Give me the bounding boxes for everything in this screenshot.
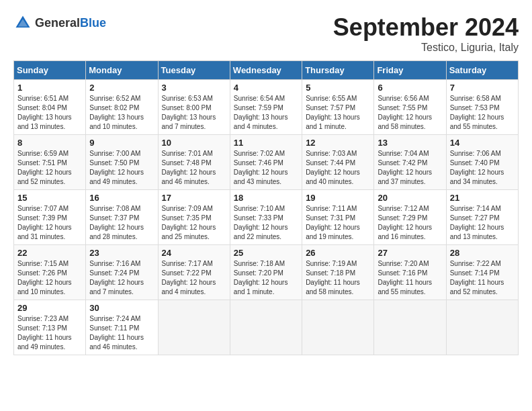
calendar-cell: 10Sunrise: 7:01 AM Sunset: 7:48 PM Dayli… (158, 135, 230, 190)
day-number: 11 (234, 138, 298, 148)
day-info: Sunrise: 7:00 AM Sunset: 7:50 PM Dayligh… (89, 149, 154, 187)
day-info: Sunrise: 6:52 AM Sunset: 8:02 PM Dayligh… (89, 94, 154, 132)
day-number: 23 (89, 248, 154, 258)
calendar-cell: 1Sunrise: 6:51 AM Sunset: 8:04 PM Daylig… (14, 80, 86, 135)
day-number: 5 (306, 83, 370, 93)
calendar-cell: 20Sunrise: 7:12 AM Sunset: 7:29 PM Dayli… (374, 190, 446, 245)
day-number: 30 (89, 303, 154, 313)
calendar-cell: 28Sunrise: 7:22 AM Sunset: 7:14 PM Dayli… (446, 245, 518, 300)
day-info: Sunrise: 7:15 AM Sunset: 7:26 PM Dayligh… (17, 259, 82, 297)
day-number: 4 (234, 83, 298, 93)
day-info: Sunrise: 7:01 AM Sunset: 7:48 PM Dayligh… (162, 149, 226, 187)
day-info: Sunrise: 7:10 AM Sunset: 7:33 PM Dayligh… (234, 204, 298, 242)
calendar-cell: 17Sunrise: 7:09 AM Sunset: 7:35 PM Dayli… (158, 190, 230, 245)
weekday-header-tuesday: Tuesday (158, 61, 230, 80)
day-number: 6 (378, 83, 442, 93)
day-info: Sunrise: 7:04 AM Sunset: 7:42 PM Dayligh… (378, 149, 442, 187)
calendar-week-row: 8Sunrise: 6:59 AM Sunset: 7:51 PM Daylig… (14, 135, 519, 190)
weekday-header-thursday: Thursday (302, 61, 374, 80)
calendar-cell: 21Sunrise: 7:14 AM Sunset: 7:27 PM Dayli… (446, 190, 518, 245)
day-number: 15 (17, 193, 82, 203)
calendar-cell: 25Sunrise: 7:18 AM Sunset: 7:20 PM Dayli… (230, 245, 302, 300)
calendar-cell: 23Sunrise: 7:16 AM Sunset: 7:24 PM Dayli… (86, 245, 158, 300)
day-number: 16 (89, 193, 154, 203)
day-info: Sunrise: 7:14 AM Sunset: 7:27 PM Dayligh… (450, 204, 515, 242)
weekday-header-sunday: Sunday (14, 61, 86, 80)
day-info: Sunrise: 7:11 AM Sunset: 7:31 PM Dayligh… (306, 204, 370, 242)
day-number: 9 (89, 138, 154, 148)
day-number: 3 (162, 83, 226, 93)
day-number: 18 (234, 193, 298, 203)
calendar-cell: 8Sunrise: 6:59 AM Sunset: 7:51 PM Daylig… (14, 135, 86, 190)
calendar-cell: 4Sunrise: 6:54 AM Sunset: 7:59 PM Daylig… (230, 80, 302, 135)
calendar-cell: 7Sunrise: 6:58 AM Sunset: 7:53 PM Daylig… (446, 80, 518, 135)
day-number: 21 (450, 193, 515, 203)
logo-text-general: General (35, 16, 80, 30)
day-number: 14 (450, 138, 515, 148)
day-number: 12 (306, 138, 370, 148)
day-number: 20 (378, 193, 442, 203)
day-info: Sunrise: 7:08 AM Sunset: 7:37 PM Dayligh… (89, 204, 154, 242)
page-header: GeneralBlue September 2024 Testico, Ligu… (13, 13, 519, 54)
day-info: Sunrise: 7:22 AM Sunset: 7:14 PM Dayligh… (450, 259, 515, 297)
calendar-cell: 18Sunrise: 7:10 AM Sunset: 7:33 PM Dayli… (230, 190, 302, 245)
calendar-cell: 12Sunrise: 7:03 AM Sunset: 7:44 PM Dayli… (302, 135, 374, 190)
calendar-cell: 15Sunrise: 7:07 AM Sunset: 7:39 PM Dayli… (14, 190, 86, 245)
day-info: Sunrise: 7:02 AM Sunset: 7:46 PM Dayligh… (234, 149, 298, 187)
calendar-cell: 22Sunrise: 7:15 AM Sunset: 7:26 PM Dayli… (14, 245, 86, 300)
day-number: 24 (162, 248, 226, 258)
day-info: Sunrise: 7:16 AM Sunset: 7:24 PM Dayligh… (89, 259, 154, 297)
calendar-cell: 27Sunrise: 7:20 AM Sunset: 7:16 PM Dayli… (374, 245, 446, 300)
calendar-cell: 9Sunrise: 7:00 AM Sunset: 7:50 PM Daylig… (86, 135, 158, 190)
day-number: 17 (162, 193, 226, 203)
calendar-cell: 5Sunrise: 6:55 AM Sunset: 7:57 PM Daylig… (302, 80, 374, 135)
logo: GeneralBlue (13, 13, 106, 32)
day-number: 7 (450, 83, 515, 93)
day-info: Sunrise: 7:12 AM Sunset: 7:29 PM Dayligh… (378, 204, 442, 242)
day-info: Sunrise: 7:17 AM Sunset: 7:22 PM Dayligh… (162, 259, 226, 297)
weekday-header-wednesday: Wednesday (230, 61, 302, 80)
day-number: 13 (378, 138, 442, 148)
day-number: 25 (234, 248, 298, 258)
calendar-cell: 30Sunrise: 7:24 AM Sunset: 7:11 PM Dayli… (86, 300, 158, 355)
day-info: Sunrise: 6:59 AM Sunset: 7:51 PM Dayligh… (17, 149, 82, 187)
day-info: Sunrise: 7:03 AM Sunset: 7:44 PM Dayligh… (306, 149, 370, 187)
day-info: Sunrise: 7:06 AM Sunset: 7:40 PM Dayligh… (450, 149, 515, 187)
day-info: Sunrise: 7:24 AM Sunset: 7:11 PM Dayligh… (89, 314, 154, 352)
day-info: Sunrise: 7:23 AM Sunset: 7:13 PM Dayligh… (17, 314, 82, 352)
weekday-header-saturday: Saturday (446, 61, 518, 80)
calendar-cell: 19Sunrise: 7:11 AM Sunset: 7:31 PM Dayli… (302, 190, 374, 245)
day-info: Sunrise: 7:19 AM Sunset: 7:18 PM Dayligh… (306, 259, 370, 297)
calendar-cell: 26Sunrise: 7:19 AM Sunset: 7:18 PM Dayli… (302, 245, 374, 300)
calendar-cell (374, 300, 446, 355)
calendar-header-row: SundayMondayTuesdayWednesdayThursdayFrid… (14, 61, 519, 80)
calendar-cell: 3Sunrise: 6:53 AM Sunset: 8:00 PM Daylig… (158, 80, 230, 135)
calendar-cell: 16Sunrise: 7:08 AM Sunset: 7:37 PM Dayli… (86, 190, 158, 245)
day-info: Sunrise: 6:56 AM Sunset: 7:55 PM Dayligh… (378, 94, 442, 132)
calendar-table: SundayMondayTuesdayWednesdayThursdayFrid… (13, 60, 519, 355)
calendar-cell: 14Sunrise: 7:06 AM Sunset: 7:40 PM Dayli… (446, 135, 518, 190)
day-number: 22 (17, 248, 82, 258)
day-number: 10 (162, 138, 226, 148)
calendar-cell (230, 300, 302, 355)
calendar-week-row: 1Sunrise: 6:51 AM Sunset: 8:04 PM Daylig… (14, 80, 519, 135)
day-info: Sunrise: 7:07 AM Sunset: 7:39 PM Dayligh… (17, 204, 82, 242)
weekday-header-friday: Friday (374, 61, 446, 80)
day-info: Sunrise: 6:54 AM Sunset: 7:59 PM Dayligh… (234, 94, 298, 132)
day-number: 19 (306, 193, 370, 203)
day-number: 1 (17, 83, 82, 93)
calendar-cell (158, 300, 230, 355)
calendar-cell: 11Sunrise: 7:02 AM Sunset: 7:46 PM Dayli… (230, 135, 302, 190)
calendar-week-row: 29Sunrise: 7:23 AM Sunset: 7:13 PM Dayli… (14, 300, 519, 355)
logo-icon (13, 13, 32, 32)
location-title: Testico, Liguria, Italy (333, 42, 519, 54)
day-number: 26 (306, 248, 370, 258)
day-number: 27 (378, 248, 442, 258)
day-info: Sunrise: 6:58 AM Sunset: 7:53 PM Dayligh… (450, 94, 515, 132)
calendar-cell: 2Sunrise: 6:52 AM Sunset: 8:02 PM Daylig… (86, 80, 158, 135)
day-number: 8 (17, 138, 82, 148)
logo-text-blue: Blue (80, 16, 106, 30)
calendar-cell: 24Sunrise: 7:17 AM Sunset: 7:22 PM Dayli… (158, 245, 230, 300)
day-info: Sunrise: 7:18 AM Sunset: 7:20 PM Dayligh… (234, 259, 298, 297)
month-title: September 2024 (333, 13, 519, 42)
